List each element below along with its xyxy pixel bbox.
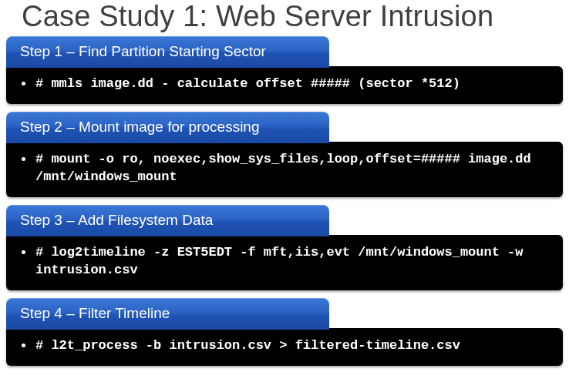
step-1-body: # mmls image.dd - calculate offset #####…	[6, 66, 563, 104]
step-3-command: # log2timeline -z EST5EDT -f mft,iis,evt…	[34, 244, 549, 280]
step-1: Step 1 – Find Partition Starting Sector …	[6, 36, 563, 104]
step-1-command: # mmls image.dd - calculate offset #####…	[34, 75, 549, 93]
step-4-body: # l2t_process -b intrusion.csv > filtere…	[6, 328, 563, 366]
slide-title: Case Study 1: Web Server Intrusion	[0, 0, 569, 36]
step-2-body: # mount -o ro, noexec,show_sys_files,loo…	[6, 142, 563, 197]
step-4: Step 4 – Filter Timeline # l2t_process -…	[6, 298, 563, 366]
step-4-command: # l2t_process -b intrusion.csv > filtere…	[34, 337, 549, 355]
step-2: Step 2 – Mount image for processing # mo…	[6, 112, 563, 197]
step-3: Step 3 – Add Filesystem Data # log2timel…	[6, 205, 563, 290]
step-3-body: # log2timeline -z EST5EDT -f mft,iis,evt…	[6, 235, 563, 290]
step-3-header: Step 3 – Add Filesystem Data	[6, 205, 329, 236]
step-2-header: Step 2 – Mount image for processing	[6, 112, 329, 143]
step-2-command: # mount -o ro, noexec,show_sys_files,loo…	[34, 151, 549, 186]
steps-container: Step 1 – Find Partition Starting Sector …	[0, 36, 569, 366]
step-1-header: Step 1 – Find Partition Starting Sector	[6, 36, 329, 68]
step-4-header: Step 4 – Filter Timeline	[6, 298, 329, 330]
